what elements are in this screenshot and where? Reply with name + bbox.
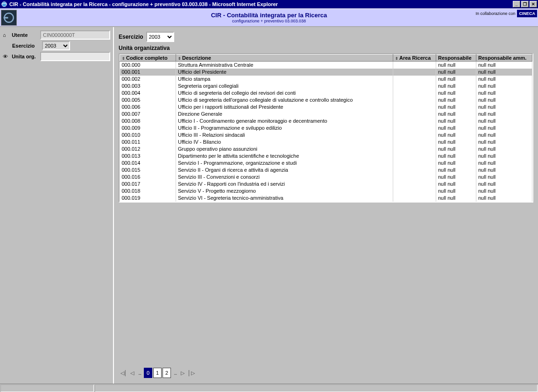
cell-resp: null null [436,160,476,167]
cell-codice: 000.001 [120,69,176,76]
table-row[interactable]: 000.012Gruppo operativo piano assunzioni… [120,146,532,153]
pager-first[interactable]: ◁│ [120,369,127,377]
table-row[interactable]: 000.000Struttura Amministrativa Centrale… [120,62,532,69]
unita-label: Unita org. [12,54,38,59]
status-cell [0,385,94,392]
cell-descrizione: Servizio I - Programmazione, organizzazi… [176,160,393,167]
cell-resp_amm: null null [476,83,532,90]
banner-subtitle: configurazione + preventivo 03.003.038 [0,19,538,23]
cell-resp_amm: null null [476,181,532,188]
utente-input[interactable] [40,30,110,40]
pager-page[interactable]: 2 [163,368,171,378]
svg-rect-2 [4,17,8,18]
unita-input[interactable] [40,52,110,61]
pager: ◁│ ◁ ... 012 ... ▷ │▷ [120,368,194,378]
cell-descrizione: Servizio V - Progetto mezzogiorno [176,188,393,195]
table-row[interactable]: 000.018Servizio V - Progetto mezzogiorno… [120,188,532,195]
home-icon: ⌂ [3,32,10,38]
cell-resp_amm: null null [476,188,532,195]
close-button[interactable]: ✕ [530,1,537,7]
table-row[interactable]: 000.003Segreteria organi collegialinull … [120,83,532,90]
cell-resp: null null [436,195,476,202]
cell-resp_amm: null null [476,62,532,69]
cell-resp_amm: null null [476,195,532,202]
table-row[interactable]: 000.008Ufficio I - Coordinamento general… [120,118,532,125]
cell-resp_amm: null null [476,104,532,111]
cell-resp: null null [436,125,476,132]
cell-resp: null null [436,181,476,188]
col-codice[interactable]: ⇕Codice completo [120,55,176,62]
pager-dots: ... [173,370,177,376]
table-row[interactable]: 000.007Direzione Generalenull nullnull n… [120,111,532,118]
cell-area [393,97,436,104]
table-row[interactable]: 000.006Ufficio per i rapporti istituzion… [120,104,532,111]
cell-codice: 000.016 [120,174,176,181]
cell-area [393,139,436,146]
table-row[interactable]: 000.004Ufficio di segreteria del collegi… [120,90,532,97]
cell-descrizione: Servizio IV - Rapporti con l'industria e… [176,181,393,188]
esercizio-select-side[interactable]: 2003 [42,41,70,50]
table-row[interactable]: 000.005Ufficio di segreteria dell'organo… [120,97,532,104]
table-row[interactable]: 000.011Ufficio IV - Bilancionull nullnul… [120,139,532,146]
col-resp[interactable]: Responsabile [436,55,476,62]
pager-last[interactable]: │▷ [188,369,194,377]
cell-area [393,174,436,181]
cell-resp: null null [436,90,476,97]
maximize-button[interactable]: ❐ [521,1,529,7]
col-resp-amm[interactable]: Responsabile amm. [476,55,532,62]
cell-descrizione: Ufficio IV - Bilancio [176,139,393,146]
cell-codice: 000.012 [120,146,176,153]
pager-next[interactable]: ▷ [179,369,186,377]
sidebar: ⌂ Utente Esercizio 2003 👁 Unita org. [0,27,114,384]
cell-resp_amm: null null [476,69,532,76]
cell-descrizione: Servizio III - Convenzioni e consorzi [176,174,393,181]
table-row[interactable]: 000.010Ufficio III - Relazioni sindacali… [120,132,532,139]
cell-descrizione: Ufficio per i rapporti istituzionali del… [176,104,393,111]
pager-prev[interactable]: ◁ [129,369,135,377]
sort-icon: ⇕ [178,56,181,61]
cell-descrizione: Ufficio di segreteria dell'organo colleg… [176,97,393,104]
cell-resp: null null [436,153,476,160]
cell-descrizione: Direzione Generale [176,111,393,118]
table-row[interactable]: 000.015Servizio II - Organi di ricerca e… [120,167,532,174]
col-descrizione[interactable]: ⇕Descrizione [176,55,393,62]
cell-descrizione: Gruppo operativo piano assunzioni [176,146,393,153]
cell-resp: null null [436,97,476,104]
cell-area [393,83,436,90]
cell-codice: 000.015 [120,167,176,174]
cell-area [393,195,436,202]
window-title: CIR - Contabilità integrata per la Ricer… [9,1,513,7]
cell-resp_amm: null null [476,97,532,104]
table-row[interactable]: 000.016Servizio III - Convenzioni e cons… [120,174,532,181]
table-row[interactable]: 000.019Servizio VI - Segreteria tecnico-… [120,195,532,202]
cell-codice: 000.014 [120,160,176,167]
partner-logo: CINECA [517,10,537,17]
cell-resp_amm: null null [476,160,532,167]
table-row[interactable]: 000.001Ufficio del Presidentenull nullnu… [120,69,532,76]
table-row[interactable]: 000.009Ufficio II - Programmazione e svi… [120,125,532,132]
table-row[interactable]: 000.002Ufficio stampanull nullnull null [120,76,532,83]
minimize-button[interactable]: _ [513,1,520,7]
content-esercizio-label: Esercizio [119,34,143,40]
status-cell [95,385,538,392]
cell-resp_amm: null null [476,76,532,83]
cell-resp_amm: null null [476,139,532,146]
table-row[interactable]: 000.017Servizio IV - Rapporti con l'indu… [120,181,532,188]
cell-area [393,167,436,174]
cell-area [393,160,436,167]
cell-descrizione: Ufficio stampa [176,76,393,83]
cell-area [393,188,436,195]
col-area[interactable]: ⇕Area Ricerca [393,55,436,62]
table-row[interactable]: 000.013Dipartimento per le attivita scie… [120,153,532,160]
content-esercizio-select[interactable]: 2003 [146,32,174,42]
table-row[interactable]: 000.014Servizio I - Programmazione, orga… [120,160,532,167]
app-logo [1,10,17,26]
pager-page[interactable]: 0 [144,368,152,378]
esercizio-label: Esercizio [12,43,40,49]
cell-area [393,76,436,83]
content-area: Esercizio 2003 Unità organizzativa ⇕Codi… [114,27,538,384]
cell-area [393,181,436,188]
cell-descrizione: Ufficio di segreteria del collegio dei r… [176,90,393,97]
pager-page[interactable]: 1 [153,368,162,378]
cell-descrizione: Dipartimento per le attivita scientifich… [176,153,393,160]
